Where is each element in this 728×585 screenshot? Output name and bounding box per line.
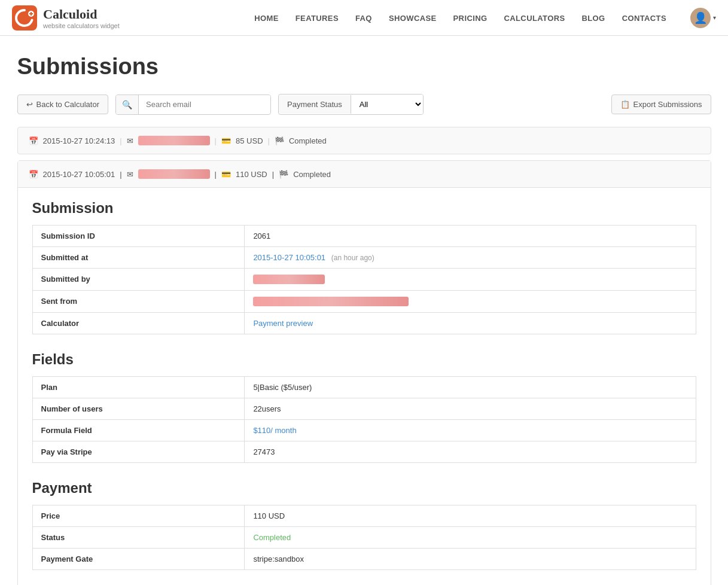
table-row-plan: Plan 5|Basic ($5/user) — [32, 377, 696, 398]
payment-icon-2: 💳 — [221, 170, 231, 179]
submitted-by-label: Submitted by — [32, 269, 245, 291]
gate-label: Payment Gate — [32, 549, 245, 570]
table-row-price: Price 110 USD — [32, 505, 696, 527]
plan-value: 5|Basic ($5/user) — [245, 377, 696, 398]
sent-from-label: Sent from — [32, 291, 245, 313]
back-to-calculator-button[interactable]: ↩ Back to Calculator — [17, 95, 109, 114]
email-blurred-1 — [138, 136, 210, 145]
email-icon-2: ✉ — [127, 170, 133, 179]
submission-id-value: 2061 — [245, 226, 696, 247]
nav-menu: HOME FEATURES FAQ SHOWCASE PRICING CALCU… — [254, 13, 666, 23]
submission-id-label: Submission ID — [32, 226, 245, 247]
nav-item-contacts[interactable]: CONTACTS — [622, 14, 666, 23]
status-label: Status — [32, 527, 245, 549]
table-row-gate: Payment Gate stripe:sandbox — [32, 549, 696, 570]
search-wrapper: 🔍 — [115, 95, 271, 115]
sent-from-blurred — [253, 297, 409, 306]
submission-status-2: Completed — [293, 170, 331, 179]
search-icon-button[interactable]: 🔍 — [116, 95, 139, 114]
submission-date-2: 2015-10-27 10:05:01 — [43, 170, 115, 179]
status-value: Completed — [245, 527, 696, 549]
table-row-id: Submission ID 2061 — [32, 226, 696, 247]
nav-item-home[interactable]: HOME — [254, 14, 279, 23]
fields-table: Plan 5|Basic ($5/user) Number of users 2… — [32, 376, 696, 463]
payment-section-title: Payment — [32, 480, 696, 496]
navbar: Calculoid website calculators widget HOM… — [0, 0, 728, 36]
nav-item-features[interactable]: FEATURES — [296, 14, 339, 23]
page-title: Submissions — [17, 54, 711, 80]
toolbar: ↩ Back to Calculator 🔍 Payment Status Al… — [17, 94, 711, 115]
submitted-at-link[interactable]: 2015-10-27 10:05:01 — [253, 253, 325, 262]
payment-table: Price 110 USD Status Completed Payment G… — [32, 505, 696, 570]
export-icon: 📋 — [620, 100, 630, 109]
status-completed: Completed — [253, 533, 291, 542]
user-avatar-wrapper[interactable]: 👤 ▾ — [678, 8, 716, 28]
submitted-at-label: Submitted at — [32, 247, 245, 269]
fields-section-title: Fields — [32, 351, 696, 368]
payment-status-label: Payment Status — [279, 95, 351, 114]
price-value: 110 USD — [245, 505, 696, 527]
plan-label: Plan — [32, 377, 245, 398]
calendar-icon-1: 📅 — [29, 136, 38, 145]
nav-item-calculators[interactable]: CALCULATORS — [504, 14, 565, 23]
table-row-sent-from: Sent from — [32, 291, 696, 313]
table-row-status: Status Completed — [32, 527, 696, 549]
submission-status-1: Completed — [289, 136, 327, 145]
main-content: Submissions ↩ Back to Calculator 🔍 Payme… — [5, 36, 723, 585]
price-label: Price — [32, 505, 245, 527]
calculator-value: Payment preview — [245, 313, 696, 334]
payment-status-wrapper: Payment Status All Completed Pending Fai… — [278, 94, 424, 115]
flag-icon-1: 🏁 — [275, 136, 284, 145]
submission-amount-2: 110 USD — [236, 170, 267, 179]
submitted-at-value: 2015-10-27 10:05:01 (an hour ago) — [245, 247, 696, 269]
table-row-submitted-by: Submitted by — [32, 269, 696, 291]
submission-section-title: Submission — [32, 200, 696, 217]
detail-body: Submission Submission ID 2061 Submitted … — [18, 188, 711, 585]
search-input[interactable] — [139, 95, 270, 114]
back-button-label: Back to Calculator — [36, 100, 100, 109]
sent-from-value — [245, 291, 696, 313]
nav-item-showcase[interactable]: SHOWCASE — [389, 14, 437, 23]
payment-status-select[interactable]: All Completed Pending Failed — [351, 95, 423, 114]
export-label: Export Submissions — [633, 100, 702, 109]
table-row-users: Number of users 22users — [32, 398, 696, 420]
nav-item-blog[interactable]: BLOG — [582, 14, 605, 23]
user-avatar[interactable]: 👤 — [690, 8, 711, 28]
users-label: Number of users — [32, 398, 245, 420]
brand-logo-link[interactable]: Calculoid website calculators widget — [12, 5, 120, 31]
payment-icon-1: 💳 — [221, 136, 231, 145]
nav-item-faq[interactable]: FAQ — [355, 14, 372, 23]
formula-value: $110/ month — [245, 420, 696, 441]
users-value: 22users — [245, 398, 696, 420]
brand-subtitle: website calculators widget — [43, 22, 120, 29]
avatar-chevron-icon: ▾ — [713, 14, 716, 21]
calendar-icon-2: 📅 — [29, 170, 38, 179]
submission-date-1: 2015-10-27 10:24:13 — [43, 136, 115, 145]
email-blurred-2 — [138, 169, 210, 179]
submission-list-item-1[interactable]: 📅 2015-10-27 10:24:13 | ✉ | 💳 85 USD | 🏁… — [17, 127, 711, 154]
flag-icon-2: 🏁 — [279, 170, 288, 179]
calculator-link[interactable]: Payment preview — [253, 319, 313, 328]
stripe-value: 27473 — [245, 441, 696, 463]
back-arrow-icon: ↩ — [26, 100, 33, 109]
submission-amount-1: 85 USD — [236, 136, 263, 145]
brand-logo-icon — [12, 5, 37, 31]
export-submissions-button[interactable]: 📋 Export Submissions — [611, 95, 711, 114]
nav-item-pricing[interactable]: PRICING — [453, 14, 488, 23]
table-row-calculator: Calculator Payment preview — [32, 313, 696, 334]
email-icon-1: ✉ — [127, 136, 133, 145]
table-row-submitted-at: Submitted at 2015-10-27 10:05:01 (an hou… — [32, 247, 696, 269]
submitted-by-value — [245, 269, 696, 291]
gate-value: stripe:sandbox — [245, 549, 696, 570]
formula-link[interactable]: $110/ month — [253, 426, 296, 435]
calculator-label: Calculator — [32, 313, 245, 334]
table-row-stripe: Pay via Stripe 27473 — [32, 441, 696, 463]
submission-detail-header-2[interactable]: 📅 2015-10-27 10:05:01 | ✉ | 💳 110 USD | … — [18, 161, 711, 188]
submission-table: Submission ID 2061 Submitted at 2015-10-… — [32, 225, 696, 334]
table-row-formula: Formula Field $110/ month — [32, 420, 696, 441]
formula-label: Formula Field — [32, 420, 245, 441]
brand-title: Calculoid website calculators widget — [43, 7, 120, 29]
submitted-at-ago: (an hour ago) — [331, 254, 374, 262]
brand-name: Calculoid — [43, 7, 120, 22]
submitted-by-blurred — [253, 275, 325, 284]
